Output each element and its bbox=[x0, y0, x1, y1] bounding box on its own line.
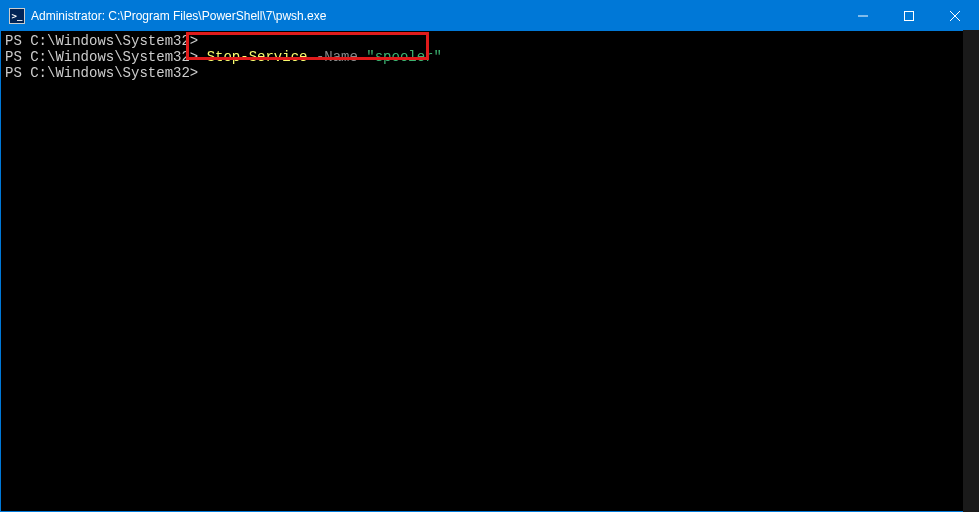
command-cmdlet: Stop-Service bbox=[207, 49, 308, 65]
window-title: Administrator: C:\Program Files\PowerShe… bbox=[31, 9, 840, 23]
terminal-line: PS C:\Windows\System32> Stop-Service -Na… bbox=[5, 49, 974, 65]
vertical-scrollbar[interactable] bbox=[963, 30, 979, 512]
command-param: -Name bbox=[316, 49, 358, 65]
minimize-icon bbox=[858, 11, 868, 21]
terminal-line: PS C:\Windows\System32> bbox=[5, 33, 974, 49]
maximize-button[interactable] bbox=[886, 1, 932, 31]
minimize-button[interactable] bbox=[840, 1, 886, 31]
terminal-area[interactable]: PS C:\Windows\System32> PS C:\Windows\Sy… bbox=[1, 31, 978, 511]
maximize-icon bbox=[904, 11, 914, 21]
titlebar[interactable]: >_ Administrator: C:\Program Files\Power… bbox=[1, 1, 978, 31]
powershell-window: >_ Administrator: C:\Program Files\Power… bbox=[0, 0, 979, 512]
window-controls bbox=[840, 1, 978, 31]
close-button[interactable] bbox=[932, 1, 978, 31]
close-icon bbox=[950, 11, 960, 21]
powershell-icon: >_ bbox=[9, 8, 25, 24]
command-string: "spooler" bbox=[366, 49, 442, 65]
prompt: PS C:\Windows\System32> bbox=[5, 49, 198, 65]
prompt: PS C:\Windows\System32> bbox=[5, 33, 198, 49]
svg-rect-0 bbox=[905, 12, 914, 21]
prompt: PS C:\Windows\System32> bbox=[5, 65, 198, 81]
terminal-line: PS C:\Windows\System32> bbox=[5, 65, 974, 81]
